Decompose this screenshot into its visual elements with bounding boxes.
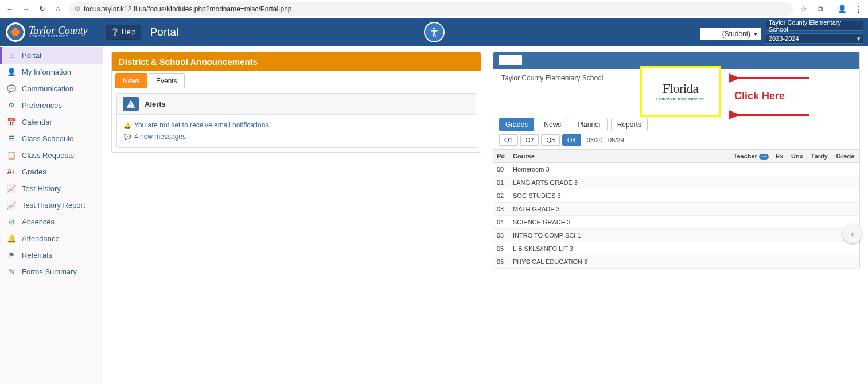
- click-here-label: Click Here: [734, 90, 785, 102]
- quarter-q3[interactable]: Q3: [541, 134, 560, 146]
- sidebar-item-class-schedule[interactable]: ☰Class Schedule: [0, 130, 103, 147]
- alert-line[interactable]: 💬4 new messages: [124, 131, 469, 142]
- sidebar-item-label: Grades: [22, 168, 46, 176]
- sidebar-item-label: Test History: [22, 184, 61, 193]
- home-icon: ⌂: [7, 51, 16, 60]
- accessibility-button[interactable]: [424, 22, 445, 42]
- school-select[interactable]: Taylor County Elementary School: [766, 21, 863, 31]
- alert-link[interactable]: 4 new messages: [134, 133, 186, 141]
- sidebar-item-portal[interactable]: ⌂Portal: [0, 47, 103, 64]
- app-header: Taylor County SCHOOL DISTRICT ❔ Help Por…: [0, 18, 868, 46]
- cell-course: LANG ARTS GRADE 3: [509, 176, 727, 189]
- chevron-down-icon: ▾: [857, 35, 861, 42]
- alert-link[interactable]: You are not set to receive email notific…: [134, 121, 271, 129]
- sidebar-item-communication[interactable]: 💬Communication: [0, 80, 103, 97]
- svg-rect-2: [130, 106, 131, 106]
- quarter-q4[interactable]: Q4: [562, 134, 581, 146]
- alerts-card: Alerts 🔔You are not set to receive email…: [116, 93, 476, 148]
- cell-pd: 05: [493, 255, 509, 269]
- year-select[interactable]: 2023-2024 ▾: [766, 33, 863, 44]
- sidebar-item-absences[interactable]: ⊘Absences: [0, 214, 103, 230]
- sidebar-item-label: Referrals: [22, 251, 52, 259]
- col-unx: Unx: [788, 150, 808, 163]
- extensions-icon[interactable]: ⧉: [815, 5, 825, 14]
- grade-tab-news[interactable]: News: [538, 118, 567, 131]
- table-row[interactable]: 05PHYSICAL EDUCATION 3: [493, 255, 859, 269]
- sidebar-item-label: Portal: [22, 51, 41, 60]
- clipboard-icon: 📋: [7, 151, 16, 160]
- chat-icon: ⋯: [759, 154, 769, 160]
- profile-icon[interactable]: 👤: [837, 5, 847, 13]
- arrow-annotation-bottom: [729, 108, 812, 121]
- grade-tab-reports[interactable]: Reports: [611, 118, 648, 131]
- alert-item-icon: 💬: [124, 134, 131, 140]
- school-name: Taylor County Elementary School: [501, 74, 603, 82]
- user-select[interactable]: (Student) ▾: [700, 28, 761, 40]
- table-row[interactable]: 02SOC STUDIES 3: [493, 189, 859, 203]
- sidebar-item-label: Class Requests: [22, 151, 74, 160]
- cell-pd: 05: [493, 242, 509, 255]
- help-button[interactable]: ❔ Help: [106, 25, 141, 40]
- alert-item-icon: 🔔: [124, 122, 131, 129]
- aplus-icon: A+: [7, 168, 16, 176]
- calendar-icon: 📅: [7, 118, 16, 126]
- grades-table: PdCourseTeacher ⋯ExUnxTardyGrade 00Homer…: [493, 150, 859, 269]
- forward-icon[interactable]: →: [21, 5, 31, 13]
- quarter-q1[interactable]: Q1: [499, 134, 518, 146]
- back-icon[interactable]: ←: [5, 5, 15, 13]
- svg-rect-1: [130, 103, 131, 105]
- sidebar-item-preferences[interactable]: ⚙Preferences: [0, 97, 103, 114]
- grades-panel: Taylor County Elementary School Florida …: [493, 52, 860, 269]
- cell-pd: 00: [493, 163, 509, 176]
- sidebar-item-forms-summary[interactable]: ✎Forms Summary: [0, 263, 103, 280]
- sidebar-item-label: Test History Report: [22, 201, 85, 210]
- cell-course: Homeroom 3: [509, 163, 727, 176]
- district-name: Taylor County: [29, 26, 88, 34]
- grade-tab-planner[interactable]: Planner: [571, 118, 607, 131]
- table-row[interactable]: 01LANG ARTS GRADE 3: [493, 176, 859, 189]
- sidebar-item-label: Forms Summary: [22, 267, 77, 276]
- user-blank: [704, 30, 719, 38]
- chevron-down-icon: ▾: [754, 30, 757, 38]
- grade-tab-grades[interactable]: Grades: [499, 118, 534, 131]
- page-title: Portal: [150, 26, 179, 38]
- slide-next-button[interactable]: ›: [843, 224, 862, 243]
- table-row[interactable]: 04SCIENCE GRADE 3: [493, 216, 859, 229]
- accessibility-icon: [429, 26, 440, 38]
- sidebar-item-test-history[interactable]: 📈Test History: [0, 180, 103, 197]
- florida-sub: Statewide Assessments: [656, 96, 704, 102]
- col-ex: Ex: [772, 150, 788, 163]
- sidebar-item-label: Class Schedule: [22, 134, 73, 143]
- reload-icon[interactable]: ↻: [37, 5, 47, 13]
- sidebar-item-test-history-report[interactable]: 📈Test History Report: [0, 197, 103, 214]
- home-icon[interactable]: ⌂: [53, 5, 63, 13]
- alert-line[interactable]: 🔔You are not set to receive email notifi…: [124, 119, 469, 131]
- florida-assessments-link[interactable]: Florida Statewide Assessments: [640, 66, 721, 117]
- sidebar-item-label: Absences: [22, 218, 55, 226]
- table-row[interactable]: 05INTRO TO COMP SCI 1: [493, 229, 859, 242]
- sidebar-item-grades[interactable]: A+Grades: [0, 164, 103, 180]
- quarter-q2[interactable]: Q2: [520, 134, 539, 146]
- address-bar[interactable]: ⚙ focus.taylor.k12.fl.us/focus/Modules.p…: [69, 2, 793, 16]
- tab-news[interactable]: News: [115, 73, 147, 88]
- table-row[interactable]: 00Homeroom 3: [493, 163, 859, 176]
- col-pd: Pd: [493, 150, 509, 163]
- gear-icon: ⚙: [7, 101, 16, 110]
- table-row[interactable]: 03MATH GRADE 3: [493, 203, 859, 216]
- sidebar-item-attendance[interactable]: 🔔Attendance: [0, 230, 103, 247]
- tab-events[interactable]: Events: [149, 73, 185, 88]
- menu-icon[interactable]: ⋮: [853, 5, 863, 13]
- sidebar-item-calendar[interactable]: 📅Calendar: [0, 114, 103, 130]
- sidebar-item-my-information[interactable]: 👤My Information: [0, 64, 103, 80]
- help-icon: ❔: [111, 28, 119, 36]
- comment-icon: 💬: [7, 84, 16, 93]
- list-icon: ☰: [7, 134, 16, 143]
- cell-pd: 01: [493, 176, 509, 189]
- sidebar-item-referrals[interactable]: ⚑Referrals: [0, 247, 103, 263]
- sidebar-item-label: Attendance: [22, 234, 60, 243]
- chart-icon: 📈: [7, 184, 16, 193]
- col-course: Course: [509, 150, 727, 163]
- star-icon[interactable]: ☆: [799, 5, 809, 13]
- sidebar-item-class-requests[interactable]: 📋Class Requests: [0, 147, 103, 164]
- table-row[interactable]: 05LIB SKLS/INFO LIT 3: [493, 242, 859, 255]
